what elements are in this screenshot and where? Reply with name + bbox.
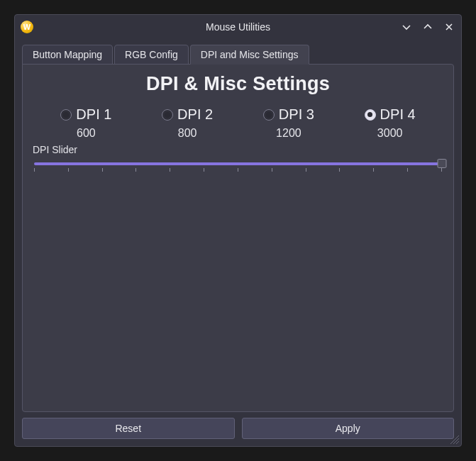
app-icon: W xyxy=(21,21,33,33)
slider-tick xyxy=(306,168,306,172)
dpi-value: 600 xyxy=(77,127,96,140)
slider-tick xyxy=(272,168,272,172)
reset-button[interactable]: Reset xyxy=(22,418,235,439)
slider-tick xyxy=(204,168,204,172)
dpi-radio-1[interactable]: DPI 1 xyxy=(60,106,111,123)
slider-tick xyxy=(170,168,170,172)
dpi-value: 1200 xyxy=(276,127,301,140)
settings-panel: DPI & Misc Settings DPI 1600DPI 2800DPI … xyxy=(22,64,454,412)
slider-tick xyxy=(373,168,374,172)
slider-ticks xyxy=(34,168,442,175)
chevron-up-icon xyxy=(423,22,433,32)
slider-tick xyxy=(339,168,340,172)
dpi-radio-label: DPI 4 xyxy=(380,106,416,123)
tab-rgb-config[interactable]: RGB Config xyxy=(114,45,189,65)
dpi-radio-2[interactable]: DPI 2 xyxy=(162,106,213,123)
slider-tick xyxy=(102,168,103,172)
apply-button[interactable]: Apply xyxy=(242,418,455,439)
dpi-option-1: DPI 1600 xyxy=(60,106,111,140)
tab-dpi-and-misc-settings[interactable]: DPI and Misc Settings xyxy=(190,45,309,65)
action-button-row: Reset Apply xyxy=(22,418,454,439)
dpi-option-4: DPI 43000 xyxy=(365,106,416,140)
dpi-value: 3000 xyxy=(377,127,403,140)
chevron-down-icon xyxy=(402,22,411,32)
slider-tick xyxy=(135,168,136,172)
panel-heading: DPI & Misc Settings xyxy=(33,73,443,95)
dpi-radio-label: DPI 3 xyxy=(279,106,314,123)
slider-track xyxy=(34,162,442,165)
resize-grip[interactable] xyxy=(448,433,459,444)
slider-tick xyxy=(238,168,238,172)
slider-tick xyxy=(441,168,442,172)
radio-icon xyxy=(60,109,72,121)
slider-thumb[interactable] xyxy=(438,159,447,168)
dpi-slider[interactable] xyxy=(34,158,442,179)
dpi-radio-label: DPI 2 xyxy=(177,106,213,123)
window-title: Mouse Utilities xyxy=(15,21,461,33)
dpi-radio-label: DPI 1 xyxy=(76,106,111,123)
close-icon xyxy=(444,22,454,32)
dpi-option-3: DPI 31200 xyxy=(263,106,314,140)
tab-bar: Button MappingRGB ConfigDPI and Misc Set… xyxy=(22,45,454,65)
close-button[interactable] xyxy=(443,21,455,33)
tab-button-mapping[interactable]: Button Mapping xyxy=(22,45,113,65)
slider-tick xyxy=(34,168,35,172)
dpi-option-row: DPI 1600DPI 2800DPI 31200DPI 43000 xyxy=(35,106,441,140)
radio-icon xyxy=(263,109,275,121)
app-window: W Mouse Utilities Button MappingRGB Conf… xyxy=(14,14,462,447)
radio-icon xyxy=(162,109,173,121)
app-icon-letter: W xyxy=(23,23,31,31)
slider-tick xyxy=(68,168,69,172)
dpi-radio-3[interactable]: DPI 3 xyxy=(263,106,314,123)
slider-tick xyxy=(407,168,408,172)
resize-grip-icon xyxy=(448,433,459,444)
dpi-value: 800 xyxy=(178,127,197,140)
dpi-option-2: DPI 2800 xyxy=(162,106,213,140)
minimize-button[interactable] xyxy=(400,21,413,33)
titlebar: W Mouse Utilities xyxy=(15,15,461,39)
dpi-radio-4[interactable]: DPI 4 xyxy=(365,106,416,123)
window-controls xyxy=(400,21,455,33)
radio-icon xyxy=(365,109,376,121)
maximize-button[interactable] xyxy=(421,21,434,33)
dpi-slider-label: DPI Slider xyxy=(33,144,443,155)
content-area: Button MappingRGB ConfigDPI and Misc Set… xyxy=(15,39,461,446)
